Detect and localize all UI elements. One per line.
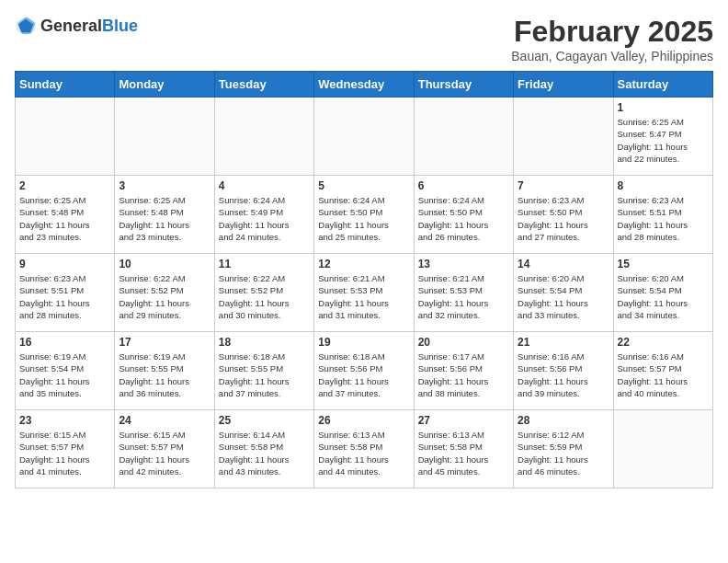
day-info: Sunrise: 6:16 AM Sunset: 5:56 PM Dayligh… — [518, 350, 609, 399]
day-info: Sunrise: 6:16 AM Sunset: 5:57 PM Dayligh… — [618, 350, 709, 399]
day-info: Sunrise: 6:21 AM Sunset: 5:53 PM Dayligh… — [318, 272, 409, 321]
calendar-cell: 6Sunrise: 6:24 AM Sunset: 5:50 PM Daylig… — [414, 176, 513, 254]
day-number: 16 — [19, 336, 110, 349]
calendar-cell: 28Sunrise: 6:12 AM Sunset: 5:59 PM Dayli… — [514, 410, 613, 488]
day-info: Sunrise: 6:22 AM Sunset: 5:52 PM Dayligh… — [119, 272, 210, 321]
day-info: Sunrise: 6:24 AM Sunset: 5:50 PM Dayligh… — [418, 194, 509, 243]
day-number: 10 — [119, 258, 210, 270]
calendar-cell: 8Sunrise: 6:23 AM Sunset: 5:51 PM Daylig… — [613, 176, 712, 254]
day-number: 13 — [418, 258, 509, 270]
weekday-header-tuesday: Tuesday — [214, 72, 313, 98]
calendar-cell — [16, 98, 115, 176]
day-number: 23 — [19, 414, 110, 427]
location-subtitle: Bauan, Cagayan Valley, Philippines — [511, 49, 713, 63]
day-info: Sunrise: 6:18 AM Sunset: 5:56 PM Dayligh… — [318, 350, 409, 399]
calendar-cell: 19Sunrise: 6:18 AM Sunset: 5:56 PM Dayli… — [314, 332, 414, 410]
calendar-cell: 23Sunrise: 6:15 AM Sunset: 5:57 PM Dayli… — [16, 410, 115, 488]
calendar-cell — [514, 98, 613, 176]
logo-blue: Blue — [102, 17, 138, 34]
calendar-cell: 22Sunrise: 6:16 AM Sunset: 5:57 PM Dayli… — [613, 332, 712, 410]
calendar-cell: 18Sunrise: 6:18 AM Sunset: 5:55 PM Dayli… — [214, 332, 313, 410]
calendar-cell: 5Sunrise: 6:24 AM Sunset: 5:50 PM Daylig… — [314, 176, 414, 254]
calendar-cell: 9Sunrise: 6:23 AM Sunset: 5:51 PM Daylig… — [16, 254, 115, 332]
day-number: 21 — [518, 336, 609, 349]
calendar-cell: 1Sunrise: 6:25 AM Sunset: 5:47 PM Daylig… — [613, 98, 712, 176]
week-row-4: 23Sunrise: 6:15 AM Sunset: 5:57 PM Dayli… — [16, 410, 713, 488]
day-number: 19 — [318, 336, 409, 349]
day-info: Sunrise: 6:21 AM Sunset: 5:53 PM Dayligh… — [418, 272, 509, 321]
calendar-cell: 24Sunrise: 6:15 AM Sunset: 5:57 PM Dayli… — [115, 410, 214, 488]
day-info: Sunrise: 6:14 AM Sunset: 5:58 PM Dayligh… — [219, 429, 310, 477]
weekday-header-monday: Monday — [115, 72, 214, 98]
calendar-cell: 3Sunrise: 6:25 AM Sunset: 5:48 PM Daylig… — [115, 176, 214, 254]
calendar-cell: 14Sunrise: 6:20 AM Sunset: 5:54 PM Dayli… — [514, 254, 613, 332]
week-row-1: 2Sunrise: 6:25 AM Sunset: 5:48 PM Daylig… — [16, 176, 713, 254]
calendar-cell — [314, 98, 414, 176]
day-info: Sunrise: 6:23 AM Sunset: 5:51 PM Dayligh… — [618, 194, 709, 243]
calendar-cell: 21Sunrise: 6:16 AM Sunset: 5:56 PM Dayli… — [514, 332, 613, 410]
calendar-cell: 25Sunrise: 6:14 AM Sunset: 5:58 PM Dayli… — [214, 410, 313, 488]
day-info: Sunrise: 6:22 AM Sunset: 5:52 PM Dayligh… — [219, 272, 310, 321]
title-area: February 2025 Bauan, Cagayan Valley, Phi… — [511, 15, 713, 63]
week-row-0: 1Sunrise: 6:25 AM Sunset: 5:47 PM Daylig… — [16, 98, 713, 176]
day-number: 14 — [518, 258, 609, 270]
weekday-header-sunday: Sunday — [16, 72, 115, 98]
day-info: Sunrise: 6:24 AM Sunset: 5:49 PM Dayligh… — [219, 194, 310, 243]
day-number: 12 — [318, 258, 409, 270]
day-info: Sunrise: 6:19 AM Sunset: 5:55 PM Dayligh… — [119, 350, 210, 399]
day-info: Sunrise: 6:15 AM Sunset: 5:57 PM Dayligh… — [119, 429, 210, 477]
day-info: Sunrise: 6:23 AM Sunset: 5:51 PM Dayligh… — [19, 272, 110, 321]
month-title: February 2025 — [511, 15, 713, 49]
calendar-cell: 20Sunrise: 6:17 AM Sunset: 5:56 PM Dayli… — [414, 332, 513, 410]
calendar-cell — [414, 98, 513, 176]
day-number: 8 — [618, 179, 709, 192]
calendar-cell — [613, 410, 712, 488]
weekday-header-saturday: Saturday — [613, 72, 712, 98]
day-info: Sunrise: 6:23 AM Sunset: 5:50 PM Dayligh… — [518, 194, 609, 243]
day-number: 20 — [418, 336, 509, 349]
day-number: 11 — [219, 258, 310, 270]
logo-icon — [15, 15, 37, 37]
week-row-3: 16Sunrise: 6:19 AM Sunset: 5:54 PM Dayli… — [16, 332, 713, 410]
day-info: Sunrise: 6:12 AM Sunset: 5:59 PM Dayligh… — [518, 429, 609, 477]
calendar-cell: 13Sunrise: 6:21 AM Sunset: 5:53 PM Dayli… — [414, 254, 513, 332]
day-number: 25 — [219, 414, 310, 427]
day-number: 17 — [119, 336, 210, 349]
calendar-cell: 16Sunrise: 6:19 AM Sunset: 5:54 PM Dayli… — [16, 332, 115, 410]
day-number: 15 — [618, 258, 709, 270]
logo-general: General — [40, 17, 102, 34]
day-info: Sunrise: 6:24 AM Sunset: 5:50 PM Dayligh… — [318, 194, 409, 243]
calendar-cell: 12Sunrise: 6:21 AM Sunset: 5:53 PM Dayli… — [314, 254, 414, 332]
day-number: 22 — [618, 336, 709, 349]
day-number: 1 — [618, 101, 709, 114]
day-info: Sunrise: 6:18 AM Sunset: 5:55 PM Dayligh… — [219, 350, 310, 399]
day-number: 6 — [418, 179, 509, 192]
calendar-cell: 11Sunrise: 6:22 AM Sunset: 5:52 PM Dayli… — [214, 254, 313, 332]
calendar-cell: 26Sunrise: 6:13 AM Sunset: 5:58 PM Dayli… — [314, 410, 414, 488]
day-number: 2 — [19, 179, 110, 192]
day-info: Sunrise: 6:25 AM Sunset: 5:47 PM Dayligh… — [618, 116, 709, 165]
day-info: Sunrise: 6:20 AM Sunset: 5:54 PM Dayligh… — [518, 272, 609, 321]
calendar-cell: 7Sunrise: 6:23 AM Sunset: 5:50 PM Daylig… — [514, 176, 613, 254]
day-number: 24 — [119, 414, 210, 427]
day-info: Sunrise: 6:25 AM Sunset: 5:48 PM Dayligh… — [19, 194, 110, 243]
day-info: Sunrise: 6:19 AM Sunset: 5:54 PM Dayligh… — [19, 350, 110, 399]
calendar-cell: 2Sunrise: 6:25 AM Sunset: 5:48 PM Daylig… — [16, 176, 115, 254]
day-info: Sunrise: 6:13 AM Sunset: 5:58 PM Dayligh… — [418, 429, 509, 477]
day-number: 5 — [318, 179, 409, 192]
logo-text: General Blue — [40, 17, 138, 34]
day-info: Sunrise: 6:25 AM Sunset: 5:48 PM Dayligh… — [119, 194, 210, 243]
calendar-cell: 27Sunrise: 6:13 AM Sunset: 5:58 PM Dayli… — [414, 410, 513, 488]
calendar-cell — [115, 98, 214, 176]
header: General Blue February 2025 Bauan, Cagaya… — [15, 15, 713, 63]
weekday-header-thursday: Thursday — [414, 72, 513, 98]
week-row-2: 9Sunrise: 6:23 AM Sunset: 5:51 PM Daylig… — [16, 254, 713, 332]
calendar-cell — [214, 98, 313, 176]
calendar-table: SundayMondayTuesdayWednesdayThursdayFrid… — [15, 71, 713, 488]
calendar-cell: 15Sunrise: 6:20 AM Sunset: 5:54 PM Dayli… — [613, 254, 712, 332]
day-info: Sunrise: 6:15 AM Sunset: 5:57 PM Dayligh… — [19, 429, 110, 477]
day-info: Sunrise: 6:20 AM Sunset: 5:54 PM Dayligh… — [618, 272, 709, 321]
day-number: 26 — [318, 414, 409, 427]
day-number: 28 — [518, 414, 609, 427]
weekday-header-row: SundayMondayTuesdayWednesdayThursdayFrid… — [16, 72, 713, 98]
